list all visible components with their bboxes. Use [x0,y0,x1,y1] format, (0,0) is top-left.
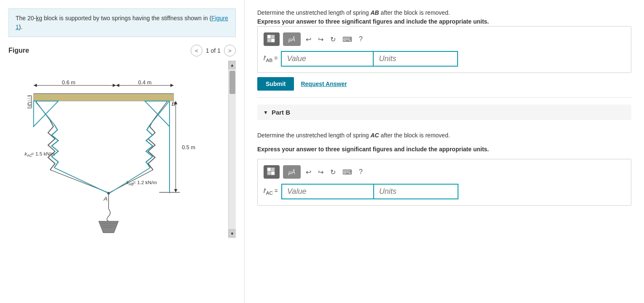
svg-marker-9 [116,84,119,87]
part-a-value-input[interactable] [281,51,374,67]
page-indicator: 1 of 1 [206,47,221,54]
part-b-answer-box: μÅ ↩ ↪ ↻ ⌨ ? l′AC = [257,159,631,206]
matrix-icon-a [267,35,276,44]
part-b-label: Part B [272,109,290,116]
svg-text:A: A [103,196,108,202]
svg-marker-7 [170,84,174,87]
svg-marker-8 [113,84,116,87]
svg-line-47 [54,168,108,193]
svg-rect-52 [271,35,275,38]
help-btn-a[interactable]: ? [357,35,364,44]
figure-wrapper: 0.6 m 0.4 m C B [8,61,236,238]
prev-figure-btn[interactable]: < [191,45,202,56]
matrix-btn-b[interactable] [264,165,280,179]
svg-line-48 [150,102,169,125]
part-b-description: Determine the unstretched length of spri… [257,131,631,140]
description-text: The 20-kg block is supported by two spri… [16,15,211,21]
scroll-thumb[interactable] [229,71,235,94]
svg-text:= 1.2 kN/m: = 1.2 kN/m [133,180,157,185]
figure-header: Figure < 1 of 1 > [8,45,236,56]
figure-svg: 0.6 m 0.4 m C B [8,61,224,238]
svg-marker-25 [99,221,119,233]
submit-btn-a[interactable]: Submit [257,77,294,91]
part-b-content: Determine the unstretched length of spri… [257,131,631,206]
divider [257,97,631,98]
part-b-units-input[interactable] [374,184,458,199]
part-b-instruction: Express your answer to three significant… [257,145,631,154]
scroll-track [229,69,236,229]
mu-btn-a[interactable]: μÅ [283,32,301,46]
part-b-toolbar: μÅ ↩ ↪ ↻ ⌨ ? [264,165,625,179]
part-b-input-row: l′AC = [264,184,625,199]
part-a-action-row: Submit Request Answer [257,77,631,91]
matrix-icon-b [267,167,276,177]
part-b-value-input[interactable] [281,184,374,199]
mu-btn-b[interactable]: μÅ [283,165,301,179]
svg-text:0.4 m: 0.4 m [138,80,152,86]
svg-rect-56 [271,168,275,171]
svg-rect-53 [267,39,271,42]
part-a-section: Determine the unstretched length of spri… [257,8,631,91]
part-a-units-input[interactable] [374,51,458,67]
figure-nav: < 1 of 1 > [191,45,236,56]
left-panel: The 20-kg block is supported by two spri… [0,0,245,303]
part-a-answer-box: μÅ ↩ ↪ ↻ ⌨ ? l′AB = [257,26,631,73]
figure-label: Figure [8,47,29,54]
mu-label-a: μÅ [288,36,295,43]
svg-rect-54 [271,39,275,42]
svg-marker-6 [34,84,37,87]
undo-btn-a[interactable]: ↩ [304,35,313,44]
svg-marker-20 [174,189,178,193]
scrollbar[interactable]: ▲ ▼ [228,61,236,238]
svg-rect-55 [267,168,271,171]
svg-rect-51 [267,35,271,38]
refresh-btn-a[interactable]: ↻ [329,35,337,44]
svg-rect-58 [271,172,275,175]
part-b-header[interactable]: ▼ Part B [257,105,631,120]
svg-rect-0 [34,94,174,101]
refresh-btn-b[interactable]: ↻ [329,167,337,177]
problem-description: The 20-kg block is supported by two spri… [8,8,236,37]
scroll-down-btn[interactable]: ▼ [229,229,236,238]
spring-ab [110,101,167,193]
part-a-instruction: Express your answer to three significant… [257,17,631,26]
svg-line-39 [27,98,32,99]
request-answer-link-a[interactable]: Request Answer [301,80,347,87]
redo-btn-b[interactable]: ↪ [316,167,325,177]
mu-label-b: μÅ [288,169,295,175]
keyboard-btn-b[interactable]: ⌨ [341,167,354,177]
part-a-description: Determine the unstretched length of spri… [257,8,631,17]
next-figure-btn[interactable]: > [224,45,236,56]
redo-btn-a[interactable]: ↪ [316,35,325,44]
svg-text:0.5 m: 0.5 m [182,145,195,150]
help-btn-b[interactable]: ? [357,167,364,177]
spring-ac-teal [36,102,109,193]
matrix-btn-a[interactable] [264,32,280,46]
svg-text:= 1.5 kN/m: = 1.5 kN/m [31,151,55,156]
svg-rect-57 [267,172,271,175]
scroll-up-btn[interactable]: ▲ [229,61,236,69]
part-a-input-row: l′AB = [264,51,625,67]
part-b-arrow-icon: ▼ [263,110,268,115]
part-b-input-label: l′AC = [264,188,278,196]
svg-text:0.6 m: 0.6 m [62,80,75,86]
part-a-input-label: l′AB = [264,55,278,63]
undo-btn-b[interactable]: ↩ [304,167,313,177]
keyboard-btn-a[interactable]: ⌨ [341,35,354,44]
part-a-toolbar: μÅ ↩ ↪ ↻ ⌨ ? [264,32,625,46]
right-panel: Determine the unstretched length of spri… [245,0,644,303]
